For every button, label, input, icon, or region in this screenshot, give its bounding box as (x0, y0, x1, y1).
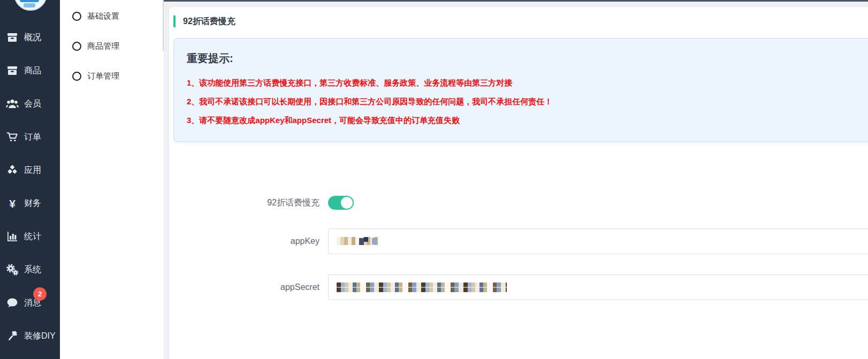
appkey-label: appKey (169, 236, 319, 246)
sidebar-item-statistics[interactable]: 统计 (0, 220, 60, 253)
notice-line-3: 3、请不要随意改成appKey和appSecret，可能会导致充值中的订单充值失… (187, 111, 868, 129)
toggle-label: 92折话费慢充 (169, 197, 319, 209)
feature-toggle-switch[interactable] (328, 196, 354, 210)
important-notice-box: 重要提示: 1、该功能使用第三方话费慢充接口，第三方收费标准、服务政策、业务流程… (173, 38, 868, 142)
radio-circle-icon (72, 12, 81, 21)
app-logo (14, 0, 47, 11)
sidebar-item-messages[interactable]: 消息 2 (0, 286, 60, 319)
sidebar-item-label: 系统 (24, 264, 41, 276)
appkey-row: appKey (169, 221, 868, 261)
notice-line-2: 2、我司不承诺该接口可以长期使用，因接口和第三方公司原因导致的任何问题，我司不承… (187, 92, 868, 111)
sidebar-item-label: 应用 (24, 165, 41, 176)
masked-appkey-value (337, 237, 378, 245)
toggle-row: 92折话费慢充 (169, 189, 868, 217)
sidebar-item-system[interactable]: 系统 (0, 253, 60, 286)
notice-heading: 重要提示: (187, 51, 868, 66)
appsecret-input[interactable] (328, 274, 868, 300)
main-content: 92折话费慢充 重要提示: 1、该功能使用第三方话费慢充接口，第三方收费标准、服… (164, 0, 868, 359)
appsecret-label: appSecret (169, 282, 319, 292)
users-icon (5, 97, 19, 110)
radio-circle-icon (72, 72, 81, 81)
gavel-icon (5, 330, 19, 342)
sidebar-item-orders[interactable]: 订单 (0, 120, 60, 154)
sidebar-item-label: 会员 (24, 98, 41, 110)
sidebar-item-label: 财务 (24, 198, 41, 209)
secondary-sidebar: 基础设置 商品管理 订单管理 (60, 0, 164, 359)
archive-icon (5, 31, 19, 44)
message-count-badge: 2 (33, 287, 47, 301)
masked-appsecret-value (337, 282, 507, 292)
gears-icon (5, 263, 19, 276)
comment-icon (5, 296, 19, 309)
settings-card: 92折话费慢充 重要提示: 1、该功能使用第三方话费慢充接口，第三方收费标准、服… (169, 7, 868, 359)
toggle-knob (341, 197, 353, 209)
yen-icon: ¥ (5, 197, 19, 210)
cubes-icon (5, 164, 19, 177)
sidebar-item-finance[interactable]: ¥ 财务 (0, 187, 60, 220)
sidebar-item-label: 装修DIY (24, 331, 56, 342)
scrollbar-thumb[interactable] (163, 0, 164, 51)
submenu-item-basic-settings[interactable]: 基础设置 (60, 1, 164, 31)
cart-icon (5, 131, 19, 143)
topbar-edge (164, 0, 868, 2)
sidebar-item-products[interactable]: 商品 (0, 54, 60, 87)
primary-sidebar: 概况 商品 会员 订单 应用 ¥ 财务 统计 (0, 0, 60, 359)
sidebar-item-members[interactable]: 会员 (0, 87, 60, 120)
sidebar-item-overview[interactable]: 概况 (0, 21, 60, 54)
bar-chart-icon (5, 230, 19, 243)
sidebar-item-apps[interactable]: 应用 (0, 154, 60, 187)
submenu-item-order-management[interactable]: 订单管理 (60, 61, 164, 91)
page-title: 92折话费慢充 (183, 16, 235, 27)
appsecret-row: appSecret (169, 267, 868, 307)
sidebar-item-label: 商品 (24, 65, 41, 77)
submenu-item-product-management[interactable]: 商品管理 (60, 31, 164, 61)
sidebar-item-decorate-diy[interactable]: 装修DIY (0, 319, 60, 353)
radio-circle-icon (72, 42, 81, 51)
archive-icon (5, 64, 19, 77)
submenu-item-label: 订单管理 (87, 71, 119, 81)
sidebar-item-label: 订单 (24, 132, 41, 143)
appkey-input[interactable] (328, 228, 868, 254)
notice-line-1: 1、该功能使用第三方话费慢充接口，第三方收费标准、服务政策、业务流程等由第三方对… (187, 73, 868, 92)
title-accent-bar (173, 16, 176, 27)
submenu-item-label: 基础设置 (87, 11, 119, 21)
sidebar-item-label: 统计 (24, 231, 41, 242)
page-title-row: 92折话费慢充 (173, 16, 235, 27)
submenu-item-label: 商品管理 (87, 41, 119, 51)
sidebar-item-label: 概况 (24, 32, 41, 43)
